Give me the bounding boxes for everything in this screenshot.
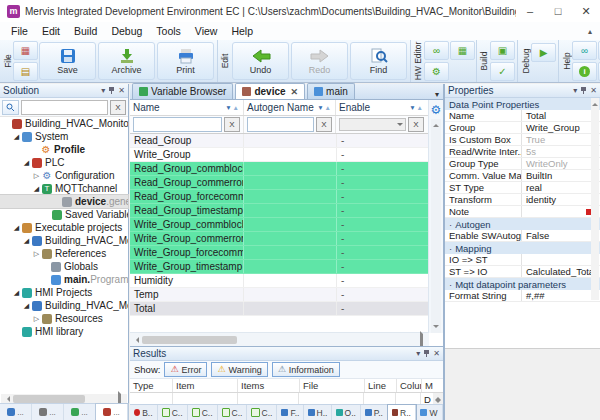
scroll-up-icon[interactable] xyxy=(592,100,598,106)
sort-asc-icon[interactable]: ▲ xyxy=(417,104,424,111)
print-button[interactable]: Print xyxy=(157,42,214,80)
tree-item-saved-variables[interactable]: Saved Variables xyxy=(0,208,128,221)
tab-variable-browser[interactable]: Variable Browser xyxy=(132,83,233,99)
menu-tools[interactable]: Tools xyxy=(149,24,188,38)
minimize-button[interactable]: – xyxy=(516,1,544,22)
tab-overflow-icon[interactable]: ▾ xyxy=(435,90,439,99)
tree-item-device[interactable]: device.gener xyxy=(0,195,128,208)
tree-item-executable-projects[interactable]: ◢Executable projects xyxy=(0,221,128,234)
find-button[interactable]: Find xyxy=(350,42,407,80)
property-row[interactable]: Enable SWAutogenFalse xyxy=(445,230,600,242)
property-row[interactable]: GroupWrite_Group xyxy=(445,122,600,134)
col-line[interactable]: Line xyxy=(365,379,397,392)
property-row[interactable]: Format String#,## xyxy=(445,290,600,302)
panel-menu-icon[interactable]: ▾ xyxy=(416,349,420,358)
table-row[interactable]: Read_Group_commerror- xyxy=(130,176,443,190)
panel-close-icon[interactable]: ✕ xyxy=(433,349,440,358)
hw-table-button[interactable]: ▦ xyxy=(450,41,475,60)
tree-item-plc[interactable]: ◢PLC xyxy=(0,156,128,169)
save-button[interactable]: Save xyxy=(39,42,96,80)
collapse-ribbon-icon[interactable]: ▴ xyxy=(588,27,592,36)
search-button[interactable] xyxy=(2,100,19,115)
col-m[interactable]: M xyxy=(422,379,434,392)
maximize-button[interactable]: □ xyxy=(544,1,572,22)
dock-tab-breakpoints[interactable]: B.. xyxy=(130,405,158,420)
grid-horizontal-scrollbar[interactable] xyxy=(130,332,429,346)
menu-edit[interactable]: Edit xyxy=(35,24,67,38)
archive-button[interactable]: Archive xyxy=(98,42,155,80)
dock-tab-watch[interactable]: W xyxy=(416,405,443,420)
help-info-button[interactable]: i xyxy=(572,62,597,81)
col-file[interactable]: File xyxy=(300,379,365,392)
close-tab-icon[interactable]: ✕ xyxy=(291,87,299,97)
col-type[interactable]: Type xyxy=(130,379,173,392)
left-dock-tab-1[interactable]: ... xyxy=(0,404,32,420)
scroll-left-icon[interactable] xyxy=(133,337,139,343)
table-row[interactable]: Write_Group- xyxy=(130,148,443,162)
tree-item-resources[interactable]: ▷Resources xyxy=(0,312,128,325)
scroll-left-icon[interactable] xyxy=(4,396,10,402)
scroll-down-icon[interactable] xyxy=(433,325,439,331)
tree-item-hmi-library[interactable]: HMI library xyxy=(0,325,128,338)
table-row[interactable]: Humidity- xyxy=(130,274,443,288)
left-dock-tab-4[interactable]: ... xyxy=(96,404,128,420)
panel-menu-icon[interactable]: ▾ xyxy=(573,86,577,95)
table-row[interactable]: Write_Group_commblock- xyxy=(130,218,443,232)
debug-run-button[interactable]: ▶ xyxy=(531,43,556,62)
dock-tab-c4[interactable]: C.. xyxy=(247,405,277,420)
expander-icon[interactable]: ◢ xyxy=(22,237,31,245)
expander-icon[interactable]: ▷ xyxy=(32,315,41,323)
dock-tab-c2[interactable]: C.. xyxy=(188,405,218,420)
enable-filter-dropdown[interactable] xyxy=(339,118,406,131)
sort-asc-icon[interactable]: ▲ xyxy=(233,104,240,111)
tree-item-hmi-project[interactable]: ◢Building_HVAC_Moni xyxy=(0,299,128,312)
properties-scrollbar[interactable] xyxy=(591,98,599,300)
open-solution-button[interactable]: ▤ xyxy=(13,62,38,81)
menu-view[interactable]: View xyxy=(188,24,225,38)
dock-tab-history[interactable]: H.. xyxy=(304,405,332,420)
left-dock-tab-2[interactable]: ... xyxy=(32,404,64,420)
solution-search-clear-button[interactable]: X xyxy=(110,100,126,115)
col-column[interactable]: Colum xyxy=(397,379,422,392)
expander-icon[interactable]: ▷ xyxy=(32,250,41,258)
section-mapping[interactable]: ·Mapping- xyxy=(445,242,600,254)
tree-item-hmi-projects[interactable]: ◢HMI Projects xyxy=(0,286,128,299)
panel-close-icon[interactable]: ✕ xyxy=(590,86,597,95)
table-row[interactable]: Read_Group_forcecomm- xyxy=(130,190,443,204)
property-row[interactable]: ST Typereal xyxy=(445,182,600,194)
expander-icon[interactable]: ◢ xyxy=(12,289,21,297)
redo-button[interactable]: Redo xyxy=(291,42,348,80)
new-solution-button[interactable]: ▦ xyxy=(13,41,38,60)
section-mqtt-parameters[interactable]: ·Mqtt datapoint parameters- xyxy=(445,278,600,290)
name-filter-clear-button[interactable]: X xyxy=(224,117,240,132)
sort-asc-icon[interactable]: ▲ xyxy=(325,104,332,111)
tree-item-exe-project[interactable]: ◢Building_HVAC_Moni xyxy=(0,234,128,247)
build-compile-button[interactable]: ▣ xyxy=(490,41,515,60)
dock-tab-output[interactable]: O.. xyxy=(332,405,360,420)
property-row[interactable]: Read/Write Inter...5s xyxy=(445,146,600,158)
property-row[interactable]: Is Custom BoxTrue xyxy=(445,134,600,146)
property-row[interactable]: ST => IOCalculated_Total xyxy=(445,266,600,278)
sort-desc-icon[interactable]: ▼ xyxy=(317,104,324,111)
enable-filter-clear-button[interactable]: X xyxy=(408,117,424,132)
undo-button[interactable]: Undo xyxy=(232,42,289,80)
tree-item-system[interactable]: ◢System xyxy=(0,130,128,143)
panel-close-icon[interactable]: ✕ xyxy=(118,86,125,95)
dock-tab-results[interactable]: R.. xyxy=(388,405,416,420)
gear-icon[interactable]: ⚙ xyxy=(431,103,442,117)
dock-tab-find[interactable]: F.. xyxy=(277,405,304,420)
expander-icon[interactable]: ◢ xyxy=(22,159,31,167)
close-button[interactable]: ✕ xyxy=(572,1,600,22)
table-row-selected[interactable]: Total- xyxy=(130,302,443,316)
expander-icon[interactable]: ◢ xyxy=(32,185,41,193)
property-row[interactable]: Group TypeWriteOnly xyxy=(445,158,600,170)
column-header-name[interactable]: Name▼▲ xyxy=(130,100,243,115)
tab-device[interactable]: device✕ xyxy=(235,83,305,99)
tree-item-references[interactable]: ▷References xyxy=(0,247,128,260)
left-dock-tab-3[interactable]: ... xyxy=(64,404,96,420)
expander-icon[interactable]: ▷ xyxy=(32,172,41,180)
table-row[interactable]: Write_Group_commerror- xyxy=(130,232,443,246)
scroll-up-icon[interactable] xyxy=(433,121,439,127)
panel-menu-icon[interactable]: ▾ xyxy=(101,86,105,95)
expander-icon[interactable]: ◢ xyxy=(12,133,21,141)
